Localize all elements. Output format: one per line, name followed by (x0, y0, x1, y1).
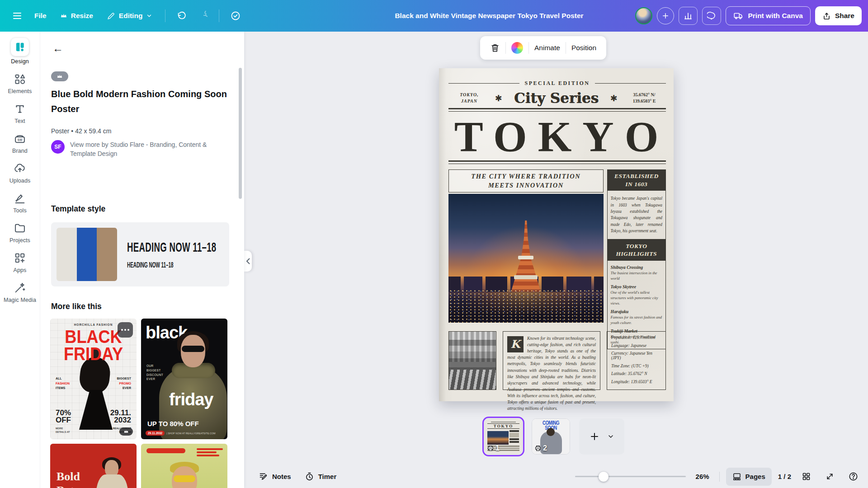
position-button[interactable]: Position (566, 36, 602, 60)
chevron-down-icon (146, 13, 152, 19)
stat-longitude: Longitude: 139.6503° E (611, 380, 661, 384)
add-member-button[interactable] (657, 7, 674, 24)
sidebar-item-design[interactable]: Design (1, 38, 39, 65)
panel-scrollbar[interactable] (239, 68, 242, 199)
print-with-canva-button[interactable]: Print with Canva (726, 6, 810, 25)
sidebar-item-elements[interactable]: Elements (1, 72, 39, 94)
insights-button[interactable] (679, 7, 698, 25)
template-style-heading: Template style (51, 204, 105, 214)
template-dimensions: Poster • 42 x 59.4 cm (51, 127, 111, 135)
sidebar-item-tools[interactable]: Tools (1, 192, 39, 214)
zoom-slider-handle[interactable] (599, 472, 609, 482)
expand-icon (825, 472, 835, 481)
user-avatar[interactable] (635, 7, 652, 24)
main-menu-button[interactable] (8, 7, 26, 25)
sidebar-label-elements: Elements (8, 88, 32, 94)
redo-button[interactable] (193, 7, 212, 25)
timer-button[interactable]: Timer (301, 469, 340, 484)
sidebar-item-brand[interactable]: co Brand (1, 132, 39, 154)
share-button[interactable]: Share (815, 6, 862, 25)
sidebar-item-magic-media[interactable]: Magic Media (1, 281, 39, 303)
fullscreen-button[interactable] (821, 468, 838, 485)
projects-folder-icon (13, 221, 27, 235)
add-page-button[interactable] (579, 418, 624, 455)
share-upload-icon (822, 12, 831, 20)
grid-view-icon (802, 472, 811, 481)
thumb-details-text: MORE DETAILS AT (56, 427, 70, 434)
toolbar-divider (219, 9, 219, 22)
pages-view-toggle[interactable]: Pages (726, 468, 772, 486)
page-2-thumbnail[interactable]: COMING SOON 2 (532, 418, 570, 455)
color-wheel-icon (511, 42, 523, 54)
model-photo (93, 460, 132, 488)
grid-view-button[interactable] (797, 468, 815, 485)
thumb-right-note: BIGGESTPROMOEVER (117, 376, 131, 391)
star-ornament: ✱ (610, 93, 618, 103)
thumb-shop-text: | SHOP NOW AT REALLYGREATSITE.COM (166, 432, 216, 435)
highlight-name: Harajuku (611, 309, 662, 314)
pro-badge (119, 427, 133, 436)
specimen-heading-large: HEADING NOW 11–18 (127, 239, 217, 255)
top-bar: File Resize Editing Black and White Vint… (0, 0, 868, 32)
plus-icon (589, 431, 600, 442)
sidebar-label-text: Text (14, 118, 25, 124)
comments-button[interactable] (702, 7, 721, 25)
help-button[interactable] (844, 468, 862, 485)
notes-label: Notes (272, 473, 291, 480)
thumb-options-button[interactable] (118, 322, 133, 338)
template-thumb-film-poster[interactable]: Lost (141, 444, 227, 488)
design-canvas-area: Animate Position SPECIAL EDITION TOKYO, … (244, 32, 868, 488)
sidebar-item-apps[interactable]: Apps (1, 251, 39, 273)
highlights-heading: TOKYO HIGHLIGHTS (607, 239, 666, 261)
template-thumb-black-friday-light[interactable]: HORCHILLA FASHION BLACK FRIDAY ALLFASHIO… (50, 319, 137, 439)
collapse-panel-handle[interactable] (244, 251, 252, 272)
template-thumb-bold-retro[interactable]: Bold Retro Fashion Embrace vibrant color… (50, 444, 137, 488)
double-rule (448, 160, 666, 164)
creator-link[interactable]: SF View more by Studio Flare - Branding,… (51, 140, 232, 159)
back-button[interactable]: ← (51, 42, 65, 55)
highlight-desc: One of the world's tallest structures wi… (611, 290, 662, 306)
main-article: KKnown for its vibrant technology scene,… (503, 331, 600, 390)
zoom-percentage[interactable]: 26% (692, 473, 713, 480)
undo-button[interactable] (173, 7, 191, 25)
double-rule (448, 108, 666, 112)
page-1-thumbnail[interactable]: TOKYO 1 (484, 418, 523, 455)
redo-icon (198, 11, 208, 21)
sidebar-item-uploads[interactable]: Uploads (1, 162, 39, 184)
undo-icon (177, 11, 187, 21)
thumb-footer: 29.11.2032 | SHOP NOW AT REALLYGREATSITE… (146, 431, 216, 436)
page-number: 1 (495, 444, 500, 452)
design-icon (11, 38, 29, 56)
page-indicator: 1 / 2 (778, 473, 791, 480)
timer-icon (305, 472, 314, 481)
sidebar-item-text[interactable]: Text (1, 102, 39, 124)
text-icon (13, 102, 27, 116)
notes-button[interactable]: Notes (255, 469, 295, 484)
template-style-card[interactable]: HEADING NOW 11–18 HEADING NOW 11–18 (51, 222, 229, 286)
share-label: Share (835, 12, 854, 20)
pages-label: Pages (745, 473, 765, 480)
zoom-slider[interactable] (575, 476, 686, 478)
crown-icon (60, 12, 67, 19)
template-thumb-black-friday-dark[interactable]: black OUR BIGGEST DISCOUNT EVER friday U… (141, 319, 227, 439)
poster-page[interactable]: SPECIAL EDITION TOKYO, JAPAN ✱ City Seri… (439, 68, 674, 401)
document-title[interactable]: Black and White Vintage Newspaper Tokyo … (395, 12, 583, 20)
stat-timezone: Time Zone: (UTC +9) (611, 364, 661, 368)
color-picker-button[interactable] (506, 36, 528, 60)
animate-button[interactable]: Animate (529, 36, 566, 60)
left-icon-rail: Design Elements Text co Brand Uploads To… (0, 32, 40, 488)
delete-button[interactable] (485, 36, 505, 60)
sidebar-item-projects[interactable]: Projects (1, 221, 39, 244)
file-menu[interactable]: File (29, 7, 52, 24)
resize-button[interactable]: Resize (55, 7, 99, 24)
tools-pen-icon (13, 192, 27, 205)
save-status-button[interactable] (226, 7, 245, 25)
sidebar-label-uploads: Uploads (9, 178, 31, 184)
color-palette (57, 228, 117, 281)
printer-icon (534, 445, 542, 452)
pages-icon (732, 472, 741, 481)
editing-mode-dropdown[interactable]: Editing (101, 7, 158, 25)
file-menu-label: File (34, 12, 47, 20)
series-title: City Series (514, 90, 599, 106)
thumb-word-friday: friday (169, 390, 213, 409)
